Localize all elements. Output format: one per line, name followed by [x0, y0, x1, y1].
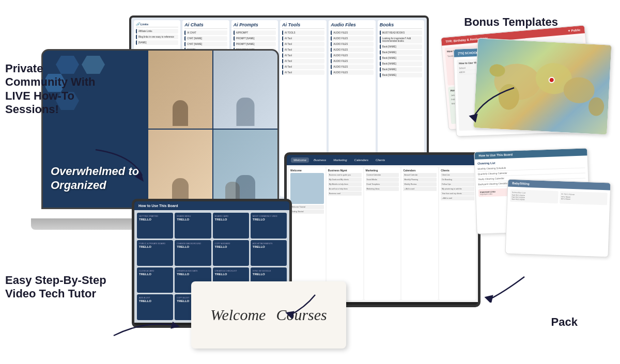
tutorial-card: GETTING STARTED TRELLO: [137, 213, 173, 239]
arrow-welcome-courses: [279, 290, 320, 323]
tutorial-card: CHANGE BACKGROUND TRELLO: [175, 240, 211, 266]
photo-block-4: [213, 130, 277, 208]
text-easy-step: Easy Step-By-StepVideo Tech Tutor: [5, 274, 114, 301]
marketing-col-marketing: Marketing Content Calendar Social Media …: [364, 167, 401, 300]
laptop-photos: [148, 51, 277, 208]
welcome-text: Welcome: [210, 306, 266, 324]
tutorial-header: How to Use This Board: [134, 201, 289, 210]
photo-block-3: [148, 130, 212, 208]
arrow-bonus-templates: [468, 83, 519, 126]
main-scene: Private Community With LIVE How-To Sessi…: [0, 0, 620, 364]
tutorial-card: BOARD MENU TRELLO: [175, 213, 211, 239]
svg-marker-15: [287, 312, 293, 318]
tutorial-card: COPY A BOARD TRELLO: [213, 240, 249, 266]
tutorial-card: BOARD CARD TRELLO: [213, 213, 249, 239]
photo-block-2: [213, 51, 277, 129]
arrow-pack: [478, 272, 530, 305]
photo-block-1: [148, 51, 212, 129]
svg-marker-14: [486, 296, 492, 303]
tutorial-card: MOST COMMONLY USED TRELLO: [251, 213, 287, 239]
marketing-col-calendars: Calendars Annual Calendar Monthly Planni…: [401, 167, 438, 300]
tutorial-card: CLOSE A CARD TRELLO: [137, 267, 173, 293]
text-private-community: Private Community With LIVE How-To Sessi…: [5, 62, 109, 117]
marketing-col-welcome: Welcome Welcome Tutorial Getting Started: [289, 167, 326, 300]
welcome-courses-card: Welcome Courses: [191, 281, 346, 349]
svg-marker-11: [136, 172, 145, 180]
marketing-col-business: Business Mgmt Business card to guide you…: [327, 167, 363, 300]
tutorial-card: PUBLIC & PRIVATE BOARD TRELLO: [137, 240, 173, 266]
arrow-private-community: [90, 145, 152, 188]
svg-marker-13: [470, 115, 477, 121]
arrow-easy-step: [109, 310, 181, 343]
text-bonus-templates: Bonus Templates: [464, 15, 558, 29]
svg-marker-12: [172, 323, 178, 328]
svg-point-9: [588, 97, 605, 117]
template-card-babysitting: BabySitting Subscriber List Sub Hm's Nam…: [505, 179, 611, 258]
tutorial-card: ADD ATTACHMENTS TRELLO: [251, 240, 287, 266]
text-pack: Pack: [551, 315, 578, 329]
